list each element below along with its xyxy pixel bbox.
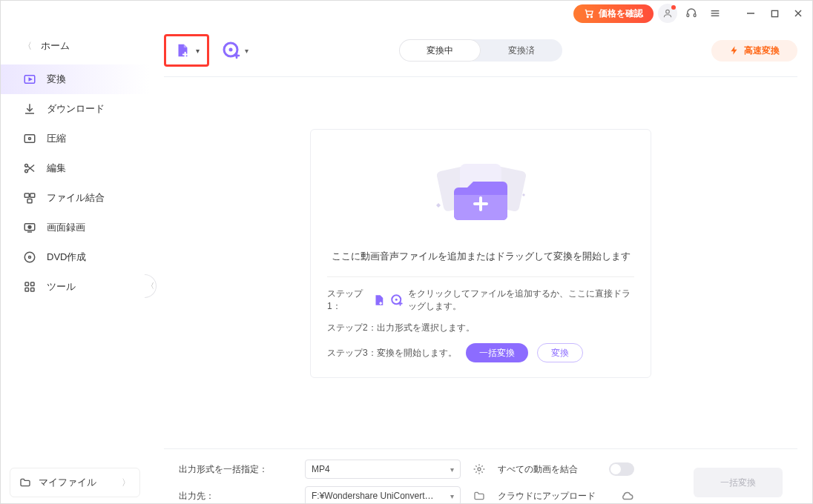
svg-point-35	[229, 48, 233, 52]
account-button[interactable]	[658, 4, 677, 23]
sidebar-item-download[interactable]: ダウンロード	[1, 94, 149, 124]
tab-converting[interactable]: 変換中	[399, 39, 481, 62]
svg-point-15	[29, 138, 31, 140]
cloud-icon	[621, 489, 634, 503]
sidebar-item-edit[interactable]: 編集	[1, 153, 149, 183]
pricing-label: 価格を確認	[599, 7, 643, 20]
support-button[interactable]	[682, 4, 701, 23]
disc-add-icon	[390, 294, 404, 307]
cloud-upload-label: クラウドにアップロード	[498, 490, 602, 503]
button-label: 一括変換	[479, 347, 515, 359]
scissors-icon	[23, 162, 36, 175]
window-maximize-button[interactable]	[765, 4, 784, 23]
svg-rect-14	[24, 135, 35, 143]
add-file-button[interactable]: ▾	[164, 34, 209, 67]
notification-dot-icon	[671, 5, 676, 10]
headset-icon	[685, 7, 697, 19]
svg-point-2	[666, 10, 670, 13]
minimize-icon	[746, 9, 755, 18]
window-minimize-button[interactable]	[741, 4, 760, 23]
sidebar-item-record[interactable]: 画面録画	[1, 213, 149, 242]
sidebar-item-convert[interactable]: 変換	[1, 64, 149, 94]
window-close-button[interactable]	[789, 4, 808, 23]
download-icon	[23, 102, 36, 116]
svg-rect-9	[771, 10, 777, 16]
folder-icon	[19, 477, 31, 488]
myfiles-button[interactable]: マイファイル 〉	[10, 468, 140, 497]
fast-convert-label: 高速変換	[744, 44, 780, 57]
step1-suffix: をクリックしてファイルを追加するか、ここに直接ドラッグします。	[408, 288, 634, 313]
svg-point-27	[29, 256, 31, 259]
pricing-button[interactable]: 価格を確認	[573, 4, 654, 23]
cloud-upload-button[interactable]	[609, 489, 646, 503]
lightning-icon	[729, 45, 740, 56]
disc-add-icon	[223, 42, 240, 59]
output-format-label: 出力形式を一括指定：	[179, 463, 297, 476]
tab-converted[interactable]: 変換済	[481, 39, 562, 62]
drop-illustration	[327, 146, 634, 242]
sidebar-item-merge[interactable]: ファイル結合	[1, 183, 149, 213]
sidebar-item-label: 編集	[47, 162, 66, 175]
button-label: 変換	[551, 347, 569, 359]
svg-line-19	[27, 165, 34, 171]
menu-button[interactable]	[705, 4, 725, 23]
merge-icon	[23, 191, 36, 205]
chevron-down-icon: ▾	[196, 47, 200, 55]
svg-rect-4	[694, 14, 696, 17]
chevron-left-icon: 〈	[147, 281, 154, 291]
svg-point-1	[591, 16, 593, 18]
sidebar-item-label: DVD作成	[47, 251, 86, 264]
step3-prefix: ステップ3：変換を開始します。	[327, 347, 457, 359]
gear-icon	[473, 463, 485, 475]
add-dvd-button[interactable]: ▾	[223, 42, 248, 59]
sidebar-item-label: 変換	[47, 73, 66, 86]
file-add-icon	[174, 42, 191, 59]
format-settings-button[interactable]	[468, 463, 490, 475]
record-icon	[23, 221, 36, 234]
sidebar-item-label: ツール	[47, 280, 76, 294]
myfiles-label: マイファイル	[39, 476, 96, 489]
merge-videos-toggle[interactable]	[609, 462, 634, 476]
output-format-select[interactable]: MP4 ▾	[305, 460, 461, 479]
sidebar-item-dvd[interactable]: DVD作成	[1, 242, 149, 272]
home-label: ホーム	[41, 39, 70, 53]
svg-point-24	[28, 225, 31, 228]
chevron-down-icon: ▾	[450, 492, 454, 500]
svg-rect-20	[24, 193, 29, 197]
disc-icon	[23, 251, 36, 264]
cart-icon	[584, 8, 594, 19]
sidebar-item-tools[interactable]: ツール	[1, 272, 149, 302]
svg-line-18	[27, 166, 34, 172]
sidebar-item-label: 画面録画	[47, 221, 85, 234]
button-label: 一括変換	[720, 477, 756, 489]
batch-convert-button[interactable]: 一括変換	[466, 343, 528, 362]
divider	[327, 276, 634, 277]
drop-zone[interactable]: ここに動画音声ファイルを追加またはドラッグして変換を開始します ステップ1： を…	[310, 129, 651, 378]
close-icon	[794, 9, 803, 18]
fast-convert-button[interactable]: 高速変換	[711, 40, 797, 62]
output-dest-select[interactable]: F:¥Wondershare UniConverter 1 ▾	[305, 486, 461, 504]
drop-headline: ここに動画音声ファイルを追加またはドラッグして変換を開始します	[327, 250, 634, 263]
conversion-tabs: 変換中 変換済	[399, 39, 562, 62]
svg-rect-22	[27, 199, 32, 203]
folder-icon	[473, 490, 485, 502]
chevron-down-icon: ▾	[245, 47, 248, 55]
hamburger-icon	[709, 7, 721, 19]
output-dest-label: 出力先：	[179, 490, 297, 503]
user-icon	[662, 8, 673, 19]
sidebar-item-compress[interactable]: 圧縮	[1, 124, 149, 153]
output-dest-value: F:¥Wondershare UniConverter 1	[312, 491, 434, 501]
sidebar-item-label: ダウンロード	[47, 102, 105, 116]
svg-point-49	[478, 468, 481, 471]
convert-button[interactable]: 変換	[537, 343, 583, 362]
convert-icon	[23, 73, 36, 86]
open-dest-folder-button[interactable]	[468, 490, 490, 502]
home-back-button[interactable]: 〈 ホーム	[1, 32, 149, 64]
chevron-down-icon: ▾	[450, 465, 454, 474]
batch-convert-main-button[interactable]: 一括変換	[694, 468, 783, 497]
tab-label: 変換中	[427, 44, 453, 57]
svg-point-46	[395, 299, 397, 301]
grid-icon	[23, 280, 36, 294]
file-add-icon	[372, 294, 386, 307]
svg-rect-21	[30, 193, 35, 197]
